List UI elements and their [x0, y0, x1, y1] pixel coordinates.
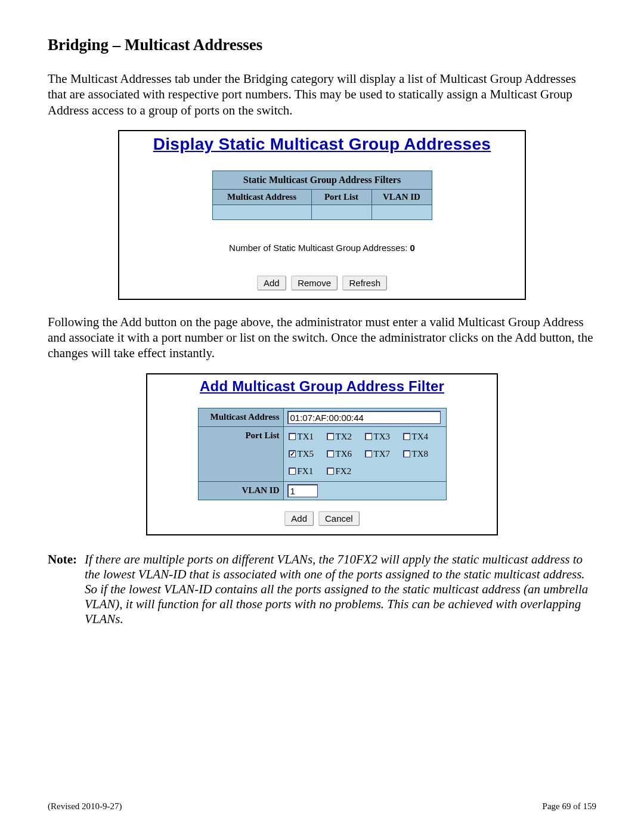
add-filter-button[interactable]: Add: [284, 511, 314, 526]
port-tx1[interactable]: TX1: [289, 432, 324, 442]
port-grid: TX1TX2TX3TX4TX5TX6TX7TX8FX1FX2: [287, 429, 442, 479]
add-filter-form: Multicast Address Port List TX1TX2TX3TX4…: [198, 408, 447, 500]
address-count-line: Number of Static Multicast Group Address…: [124, 243, 520, 253]
checkbox-icon[interactable]: [403, 433, 410, 440]
refresh-button[interactable]: Refresh: [342, 275, 387, 290]
note-label: Note:: [48, 552, 85, 627]
port-tx8[interactable]: TX8: [403, 449, 439, 459]
empty-cell: [371, 205, 432, 219]
filters-table-header: Static Multicast Group Address Filters: [212, 171, 432, 189]
count-value: 0: [410, 243, 415, 253]
page-number: Page 69 of 159: [543, 801, 596, 812]
port-label: FX2: [336, 466, 352, 476]
add-filter-panel: Add Multicast Group Address Filter Multi…: [146, 373, 498, 535]
label-port-list: Port List: [198, 426, 283, 481]
port-label: TX5: [298, 449, 314, 459]
checkbox-icon[interactable]: [327, 433, 334, 440]
checkbox-icon[interactable]: [327, 467, 334, 475]
port-fx1[interactable]: FX1: [289, 466, 324, 476]
intro-paragraph-2: Following the Add button on the page abo…: [48, 314, 596, 361]
port-label: FX1: [298, 466, 314, 476]
cancel-button[interactable]: Cancel: [318, 511, 360, 526]
remove-button[interactable]: Remove: [291, 275, 338, 290]
vlan-id-input[interactable]: [287, 484, 318, 497]
port-label: TX4: [412, 432, 429, 442]
port-tx6[interactable]: TX6: [327, 449, 363, 459]
checkbox-icon[interactable]: [403, 450, 410, 457]
checkbox-icon[interactable]: [365, 450, 372, 457]
port-tx5[interactable]: TX5: [289, 449, 324, 459]
port-tx4[interactable]: TX4: [403, 432, 439, 442]
label-multicast-address: Multicast Address: [198, 408, 283, 426]
note-text: If there are multiple ports on different…: [85, 552, 596, 627]
filters-table: Static Multicast Group Address Filters M…: [212, 171, 432, 220]
section-heading: Bridging – Multicast Addresses: [48, 36, 596, 54]
port-tx3[interactable]: TX3: [365, 432, 401, 442]
port-tx2[interactable]: TX2: [327, 432, 363, 442]
checkbox-icon[interactable]: [365, 433, 372, 440]
checkbox-icon[interactable]: [289, 450, 296, 457]
note-block: Note: If there are multiple ports on dif…: [48, 552, 596, 627]
port-label: TX7: [374, 449, 391, 459]
label-vlan-id: VLAN ID: [198, 481, 283, 500]
port-label: TX2: [336, 432, 352, 442]
multicast-address-input[interactable]: [287, 411, 441, 424]
port-label: TX1: [298, 432, 314, 442]
port-tx7[interactable]: TX7: [365, 449, 401, 459]
panel2-title: Add Multicast Group Address Filter: [152, 378, 492, 395]
panel1-title: Display Static Multicast Group Addresses: [124, 135, 520, 154]
add-button[interactable]: Add: [257, 275, 286, 290]
port-label: TX3: [374, 432, 391, 442]
empty-cell: [311, 205, 371, 219]
port-label: TX6: [336, 449, 352, 459]
checkbox-icon[interactable]: [289, 433, 296, 440]
intro-paragraph-1: The Multicast Addresses tab under the Br…: [48, 71, 596, 118]
port-label: TX8: [412, 449, 429, 459]
port-fx2[interactable]: FX2: [327, 466, 363, 476]
checkbox-icon[interactable]: [289, 467, 296, 475]
page-footer: (Revised 2010-9-27) Page 69 of 159: [48, 801, 596, 812]
col-vlan-id: VLAN ID: [371, 189, 432, 205]
col-port-list: Port List: [311, 189, 371, 205]
revised-date: (Revised 2010-9-27): [48, 801, 122, 812]
checkbox-icon[interactable]: [327, 450, 334, 457]
count-prefix: Number of Static Multicast Group Address…: [229, 243, 410, 253]
display-multicast-panel: Display Static Multicast Group Addresses…: [118, 130, 526, 300]
col-multicast-address: Multicast Address: [212, 189, 311, 205]
empty-cell: [212, 205, 311, 219]
